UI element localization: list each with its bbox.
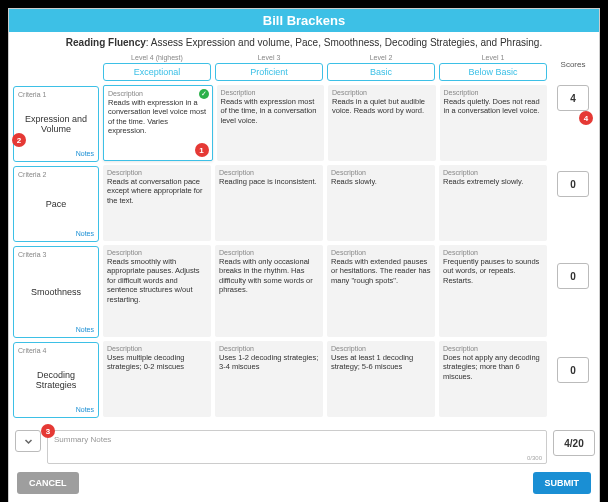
rubric-cell[interactable]: DescriptionUses at least 1 decoding stra… [327, 341, 435, 417]
rubric-cell[interactable]: DescriptionUses multiple decoding strate… [103, 341, 211, 417]
action-row: CANCEL SUBMIT [9, 472, 599, 502]
rubric-window: Bill Brackens Reading Fluency: Assess Ex… [8, 8, 600, 502]
rubric-cell[interactable]: DescriptionReads with only occasional br… [215, 245, 323, 337]
level-small: Level 1 [439, 54, 547, 61]
level-button-proficient[interactable]: Proficient [215, 63, 323, 81]
rubric-cell[interactable]: DescriptionFrequently pauses to sounds o… [439, 245, 547, 337]
criteria-name: Decoding Strategies [18, 354, 94, 406]
notes-link[interactable]: Notes [18, 230, 94, 237]
criteria-name: Smoothness [18, 258, 94, 326]
rubric-cell-selected[interactable]: ✓ 1 Description Reads with expression in… [103, 85, 213, 161]
level-small: Level 3 [215, 54, 323, 61]
scores-column: Scores 4 4 0 0 0 [551, 54, 595, 418]
criteria-column: 2 Criteria 1 Expression and Volume Notes… [13, 54, 99, 418]
grid-row: ✓ 1 Description Reads with expression in… [103, 85, 547, 161]
criteria-small-label: Criteria 2 [18, 171, 94, 178]
chevron-down-icon [24, 437, 33, 446]
cell-desc-label: Description [108, 90, 208, 97]
subtitle: Reading Fluency: Assess Expression and v… [9, 32, 599, 54]
rubric-cell[interactable]: DescriptionReading pace is inconsistent. [215, 165, 323, 241]
rubric-cell[interactable]: DescriptionReads with extended pauses or… [327, 245, 435, 337]
score-box[interactable]: 4 [557, 85, 589, 111]
score-box[interactable]: 0 [557, 171, 589, 197]
grid-row: DescriptionReads at conversation pace ex… [103, 165, 547, 241]
rubric-cell[interactable]: DescriptionDoes not apply any decoding s… [439, 341, 547, 417]
criteria-box-1[interactable]: 2 Criteria 1 Expression and Volume Notes [13, 86, 99, 162]
rubric-cell[interactable]: DescriptionReads at conversation pace ex… [103, 165, 211, 241]
rubric-cell[interactable]: DescriptionReads in a quiet but audible … [328, 85, 436, 161]
submit-button[interactable]: SUBMIT [533, 472, 592, 494]
subtitle-rest: : Assess Expression and volume, Pace, Sm… [146, 37, 542, 48]
criteria-small-label: Criteria 1 [18, 91, 94, 98]
annotation-badge-3: 3 [41, 424, 55, 438]
subtitle-bold: Reading Fluency [66, 37, 146, 48]
level-small: Level 4 (highest) [103, 54, 211, 61]
notes-link[interactable]: Notes [18, 406, 94, 413]
rubric-cell[interactable]: DescriptionReads with expression most of… [217, 85, 325, 161]
rubric-cell[interactable]: DescriptionUses 1-2 decoding strategies;… [215, 341, 323, 417]
annotation-badge-4: 4 [579, 111, 593, 125]
criteria-box-2[interactable]: Criteria 2 Pace Notes [13, 166, 99, 242]
annotation-badge-2: 2 [12, 133, 26, 147]
criteria-name: Pace [18, 178, 94, 230]
expand-button[interactable] [15, 430, 41, 452]
summary-count: 0/300 [527, 455, 542, 461]
notes-link[interactable]: Notes [18, 150, 94, 157]
summary-placeholder: Summary Notes [54, 435, 540, 444]
level-headers: Level 4 (highest)Exceptional Level 3Prof… [103, 54, 547, 81]
score-box[interactable]: 0 [557, 357, 589, 383]
grid-row: DescriptionUses multiple decoding strate… [103, 341, 547, 417]
notes-link[interactable]: Notes [18, 326, 94, 333]
score-box[interactable]: 0 [557, 263, 589, 289]
total-score: 4/20 [553, 430, 595, 456]
footer-row: 3 Summary Notes 0/300 4/20 [9, 426, 599, 472]
rubric-cell[interactable]: DescriptionReads slowly. [327, 165, 435, 241]
criteria-box-4[interactable]: Criteria 4 Decoding Strategies Notes [13, 342, 99, 418]
annotation-badge-1: 1 [195, 143, 209, 157]
rubric-cell[interactable]: DescriptionReads quietly. Does not read … [440, 85, 548, 161]
level-button-basic[interactable]: Basic [327, 63, 435, 81]
criteria-small-label: Criteria 3 [18, 251, 94, 258]
criteria-small-label: Criteria 4 [18, 347, 94, 354]
title-bar: Bill Brackens [9, 9, 599, 32]
rubric-cell[interactable]: DescriptionReads extremely slowly. [439, 165, 547, 241]
criteria-box-3[interactable]: Criteria 3 Smoothness Notes [13, 246, 99, 338]
rubric-cell[interactable]: DescriptionReads smoothly with appropria… [103, 245, 211, 337]
check-icon: ✓ [199, 89, 209, 99]
criteria-name: Expression and Volume [18, 98, 94, 150]
cancel-button[interactable]: CANCEL [17, 472, 79, 494]
level-button-exceptional[interactable]: Exceptional [103, 63, 211, 81]
level-small: Level 2 [327, 54, 435, 61]
level-button-below-basic[interactable]: Below Basic [439, 63, 547, 81]
cell-text: Reads with expression in a conversation … [108, 98, 208, 136]
grid-row: DescriptionReads smoothly with appropria… [103, 245, 547, 337]
grid-column: Level 4 (highest)Exceptional Level 3Prof… [103, 54, 547, 418]
scores-header: Scores [561, 60, 586, 69]
summary-notes-input[interactable]: Summary Notes 0/300 [47, 430, 547, 464]
